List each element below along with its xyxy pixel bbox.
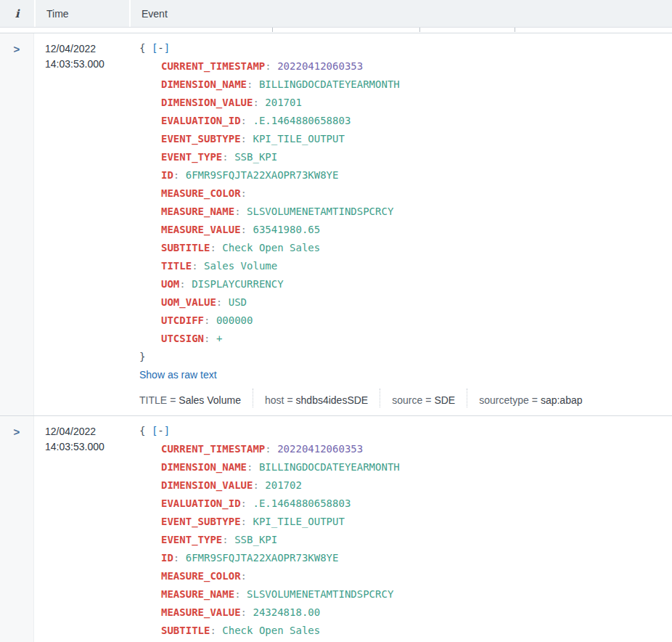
metadata-field-host[interactable]: host=shdbs4idesSDE (253, 389, 380, 407)
field-key: DIMENSION_NAME (161, 461, 247, 473)
field-key: UTCDIFF (161, 314, 204, 326)
close-brace: } (139, 351, 145, 362)
show-raw-text-link[interactable]: Show as raw text (139, 366, 217, 384)
field-key: CURRENT_TIMESTAMP (161, 443, 265, 455)
event-rows: >12/04/202214:03:53.000{ [-]CURRENT_TIME… (0, 33, 672, 642)
field-colon: : (241, 606, 247, 618)
field-key: MEASURE_NAME (161, 206, 234, 217)
field-value[interactable]: BILLINGDOCDATEYEARMONTH (259, 78, 400, 90)
field-value[interactable]: 201702 (265, 479, 302, 491)
metadata-field-title[interactable]: TITLE=Sales Volume (139, 389, 253, 407)
expand-event-icon[interactable]: > (14, 40, 20, 58)
field-colon: : (173, 552, 179, 564)
field-value[interactable]: Check Open Sales (222, 625, 320, 636)
field-value[interactable]: + (216, 333, 222, 344)
json-field-line: DIMENSION_NAME: BILLINGDOCDATEYEARMONTH (139, 76, 666, 94)
column-header-time: Time (34, 0, 129, 27)
raw-link-line: Show as raw text (139, 366, 666, 384)
field-value[interactable]: KPI_TILE_OUTPUT (253, 516, 344, 527)
metadata-field-source[interactable]: source=SDE (380, 389, 467, 407)
event-row: >12/04/202214:03:53.000{ [-]CURRENT_TIME… (0, 415, 672, 642)
toggle-close-bracket: ] (164, 42, 170, 54)
json-field-line: SUBTITLE: Check Open Sales (139, 239, 666, 257)
field-colon: : (253, 479, 258, 491)
field-value[interactable]: SSB_KPI (234, 534, 277, 545)
expand-event-icon[interactable]: > (14, 423, 20, 441)
field-key: EVENT_SUBTYPE (161, 516, 241, 527)
field-colon: : (173, 169, 179, 181)
collapse-json-toggle[interactable]: [-] (152, 42, 170, 54)
field-key: MEASURE_COLOR (161, 570, 241, 582)
field-value[interactable]: 20220412060353 (277, 443, 363, 455)
toggle-minus: - (157, 42, 163, 54)
event-content-cell: { [-]CURRENT_TIMESTAMP: 20220412060353DI… (128, 416, 672, 642)
field-value[interactable]: 000000 (216, 314, 253, 326)
event-time: 14:03:53.000 (45, 57, 128, 72)
field-value[interactable]: SLSVOLUMENETAMTINDSPCRCY (247, 588, 393, 600)
field-key: UOM_VALUE (161, 296, 216, 308)
field-value[interactable]: 24324818.00 (253, 606, 320, 618)
field-value[interactable]: SLSVOLUMENETAMTINDSPCRCY (247, 206, 393, 217)
previous-row-remnant (0, 28, 672, 33)
field-colon: : (241, 516, 247, 527)
field-colon: : (179, 278, 185, 290)
event-time-cell: 12/04/202214:03:53.000 (34, 33, 128, 415)
json-field-line: DIMENSION_NAME: BILLINGDOCDATEYEARMONTH (139, 458, 666, 476)
open-brace: { (139, 425, 145, 436)
field-value[interactable]: USD (229, 296, 247, 308)
json-field-line: EVALUATION_ID: .E.1464880658803 (139, 112, 666, 130)
field-colon: : (210, 625, 216, 636)
field-value[interactable]: SSB_KPI (234, 151, 277, 163)
json-field-line: ID: 6FMR9SFQJTA22XAOPR73KW8YE (139, 549, 666, 567)
field-colon: : (222, 534, 228, 545)
event-time: 14:03:53.000 (45, 439, 128, 455)
metadata-field-sourcetype[interactable]: sourcetype=sap:abap (467, 389, 594, 407)
json-field-line: ID: 6FMR9SFQJTA22XAOPR73KW8YE (139, 166, 666, 184)
field-colon: : (204, 314, 210, 326)
field-value[interactable]: 20220412060353 (277, 60, 363, 72)
field-colon: : (241, 224, 247, 235)
field-colon: : (241, 133, 247, 145)
collapse-json-toggle[interactable]: [-] (152, 425, 170, 436)
json-field-line: EVENT_SUBTYPE: KPI_TILE_OUTPUT (139, 513, 666, 531)
field-key: CURRENT_TIMESTAMP (161, 60, 265, 72)
field-value[interactable]: .E.1464880658803 (253, 115, 351, 126)
info-icon: i (15, 7, 20, 20)
field-value[interactable]: .E.1464880658803 (253, 497, 351, 509)
metadata-value: shdbs4idesSDE (296, 393, 369, 407)
field-key: EVENT_TYPE (161, 534, 222, 545)
field-colon: : (234, 206, 240, 217)
field-colon: : (247, 78, 253, 90)
field-value[interactable]: Check Open Sales (222, 242, 320, 253)
column-header-info: i (0, 0, 34, 27)
field-key: ID (161, 552, 173, 564)
json-field-line: CURRENT_TIMESTAMP: 20220412060353 (139, 440, 666, 458)
field-value[interactable]: 201701 (265, 97, 302, 108)
json-field-line: UOM: DISPLAYCURRENCY (139, 275, 666, 293)
field-value[interactable]: 6FMR9SFQJTA22XAOPR73KW8YE (186, 552, 339, 564)
field-value[interactable]: 6FMR9SFQJTA22XAOPR73KW8YE (186, 169, 339, 181)
open-brace: { (139, 42, 145, 54)
field-colon: : (241, 497, 247, 509)
field-colon: : (192, 260, 197, 272)
field-key: EVALUATION_ID (161, 115, 241, 126)
field-value[interactable]: 63541980.65 (253, 224, 320, 235)
meta-separator-tick (272, 28, 273, 32)
field-key: EVENT_SUBTYPE (161, 133, 241, 145)
field-value[interactable]: KPI_TILE_OUTPUT (253, 133, 344, 145)
field-key: DIMENSION_VALUE (161, 97, 253, 108)
field-key: MEASURE_COLOR (161, 187, 241, 199)
json-field-line: DIMENSION_VALUE: 201701 (139, 94, 666, 112)
field-value[interactable]: BILLINGDOCDATEYEARMONTH (259, 461, 400, 473)
table-header: i Time Event (0, 0, 672, 28)
field-value[interactable]: Sales Volume (204, 260, 277, 272)
meta-separator-tick (419, 28, 420, 32)
field-value[interactable]: DISPLAYCURRENCY (192, 278, 283, 290)
metadata-key: host (265, 393, 284, 407)
json-field-line: MEASURE_COLOR: (139, 567, 666, 585)
toggle-minus: - (157, 425, 163, 436)
field-colon: : (247, 461, 253, 473)
json-field-line: UTCSIGN: + (139, 330, 666, 348)
field-colon: : (216, 296, 222, 308)
field-key: TITLE (161, 260, 192, 272)
